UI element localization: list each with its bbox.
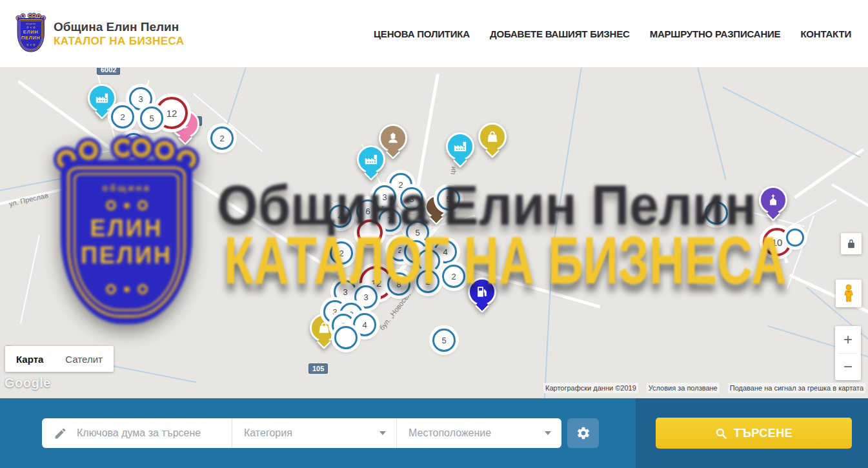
map-cluster-marker[interactable]: 3 (400, 187, 423, 210)
map-attribution: Картографски данни ©2019 Условия за полз… (543, 383, 865, 393)
cluster-count: 5 (415, 228, 419, 238)
emblem-ornament (16, 26, 46, 28)
keyword-search-input[interactable] (76, 427, 217, 440)
municipality-emblem: община ЕЛИН ПЕЛИН (16, 14, 46, 52)
terms-of-use-link[interactable]: Условия за ползване (647, 383, 720, 393)
church-icon (766, 193, 780, 207)
nav-item-add-business[interactable]: ДОБАВЕТЕ ВАШИЯТ БИЗНЕС (490, 28, 630, 39)
cluster-count: 4 (443, 247, 447, 257)
emblem-name-line1: ЕЛИН (16, 30, 46, 34)
cluster-count: 3 (363, 292, 368, 302)
map-cluster-marker[interactable]: 2 (111, 105, 134, 128)
emblem-volute (177, 150, 196, 169)
cluster-count: 3 (409, 194, 414, 204)
site-logo[interactable]: община ЕЛИН ПЕЛИН Община Елин Пелин КАТА… (16, 14, 184, 54)
emblem-name-line2: ПЕЛИН (16, 36, 46, 40)
map-cluster-marker[interactable] (705, 201, 728, 225)
emblem-volute (32, 14, 35, 17)
map-type-map-button[interactable]: Карта (5, 346, 54, 372)
advanced-search-button[interactable] (567, 418, 599, 448)
search-button-label: ТЪРСЕНЕ (734, 427, 793, 440)
street-view-pegman-button[interactable] (836, 280, 862, 307)
google-logo[interactable]: Google (5, 376, 51, 391)
map-type-control: Карта Сателит (5, 346, 114, 372)
cluster-count: 12 (167, 108, 177, 119)
map-pin-fuel[interactable] (468, 278, 496, 311)
emblem-volute (57, 150, 76, 169)
zoom-in-button[interactable]: + (835, 326, 861, 353)
search-fields-group: Категория Местоположение (42, 418, 561, 448)
emblem-ornament (16, 44, 46, 46)
map-data-copyright: Картографски данни ©2019 (543, 383, 638, 393)
lock-icon (847, 239, 856, 249)
map-pin-factory[interactable] (446, 132, 474, 166)
map-cluster-marker[interactable]: 2 (416, 270, 439, 293)
emblem-town-word: община (56, 182, 197, 193)
search-button[interactable]: ТЪРСЕНЕ (656, 418, 852, 449)
watermark-subtitle: КАТАЛОГ НА БИЗНЕСА (224, 222, 787, 299)
map-canvas[interactable]: 6002105ул. Преславбул. „Новоселци 321252… (0, 67, 868, 398)
cluster-count: 3 (138, 94, 143, 104)
map-cluster-marker[interactable] (786, 229, 804, 247)
cluster-count: 2 (339, 249, 343, 258)
nav-item-pricing[interactable]: ЦЕНОВА ПОЛИТИКА (374, 28, 470, 39)
map-cluster-marker[interactable] (334, 326, 358, 349)
cluster-count: 12 (371, 278, 382, 289)
map-cluster-marker[interactable]: 5 (140, 107, 163, 130)
emblem-name-line2: ПЕЛИН (56, 244, 197, 267)
fuel-pump-icon (475, 285, 489, 299)
emblem-town-word: община (16, 23, 46, 25)
emblem-ornament (56, 200, 197, 210)
cluster-count: 2 (398, 245, 402, 255)
watermark-title: Община Елин Пелин (217, 172, 756, 238)
site-header: община ЕЛИН ПЕЛИН Община Елин Пелин КАТА… (0, 0, 868, 68)
map-cluster-marker[interactable]: 5 (432, 329, 456, 352)
location-select[interactable]: Местоположение (396, 418, 561, 448)
cluster-count: 2 (120, 112, 125, 122)
cluster-count: 5 (446, 194, 450, 204)
map-lock-button[interactable] (841, 233, 862, 254)
factory-icon (453, 139, 467, 154)
map-cluster-marker[interactable]: 2 (442, 265, 465, 288)
cluster-count: 2 (398, 180, 403, 190)
gear-icon (576, 426, 590, 440)
nav-item-route-schedule[interactable]: МАРШРУТНО РАЗПИСАНИЕ (650, 28, 781, 39)
cluster-count: 2 (219, 134, 224, 143)
nav-item-contacts[interactable]: КОНТАКТИ (800, 28, 851, 39)
emblem-ornament (56, 284, 197, 294)
map-cluster-marker[interactable]: 5 (437, 187, 460, 210)
category-select[interactable]: Категория (232, 418, 396, 448)
watermark-emblem: община ЕЛИН ПЕЛИН (56, 138, 197, 327)
cluster-count: 8 (426, 256, 430, 266)
zoom-control: + − (835, 326, 861, 380)
road-number-badge: 105 (308, 363, 328, 374)
logo-emblem: община ЕЛИН ПЕЛИН (16, 14, 46, 54)
chevron-down-icon (379, 431, 386, 435)
cluster-count: 10 (772, 237, 783, 248)
cluster-count: 4 (338, 212, 342, 221)
map-type-satellite-button[interactable]: Сателит (54, 346, 114, 372)
map-cluster-marker[interactable] (122, 133, 145, 156)
factory-icon (95, 91, 109, 105)
map-cluster-marker[interactable]: 2 (330, 241, 353, 265)
map-cluster-marker[interactable] (357, 219, 383, 245)
report-map-error-link[interactable]: Подаване на сигнал за грешка в картата (728, 383, 865, 393)
main-nav: ЦЕНОВА ПОЛИТИКА ДОБАВЕТЕ ВАШИЯТ БИЗНЕС М… (374, 28, 851, 39)
map-pin-church[interactable] (759, 186, 787, 219)
zoom-out-button[interactable]: − (835, 354, 861, 381)
site-subtitle: КАТАЛОГ НА БИЗНЕСА (54, 35, 184, 48)
map-cluster-marker[interactable]: 8 (417, 249, 440, 272)
map-cluster-marker[interactable]: 8 (387, 272, 410, 296)
map-pin-bag[interactable] (478, 123, 507, 156)
cluster-count: 2 (425, 277, 430, 287)
cluster-count: 5 (441, 336, 446, 345)
search-icon (715, 427, 727, 440)
shopping-bag-icon (317, 321, 331, 335)
map-pin-factory[interactable] (357, 145, 385, 179)
shopping-bag-icon (485, 130, 500, 144)
map-cluster-marker[interactable]: 2 (210, 127, 234, 150)
street-label: ул. Преслав (8, 191, 49, 208)
cluster-count: 4 (362, 320, 367, 330)
site-title: Община Елин Пелин (54, 19, 184, 35)
map-cluster-marker[interactable]: 4 (328, 205, 352, 228)
